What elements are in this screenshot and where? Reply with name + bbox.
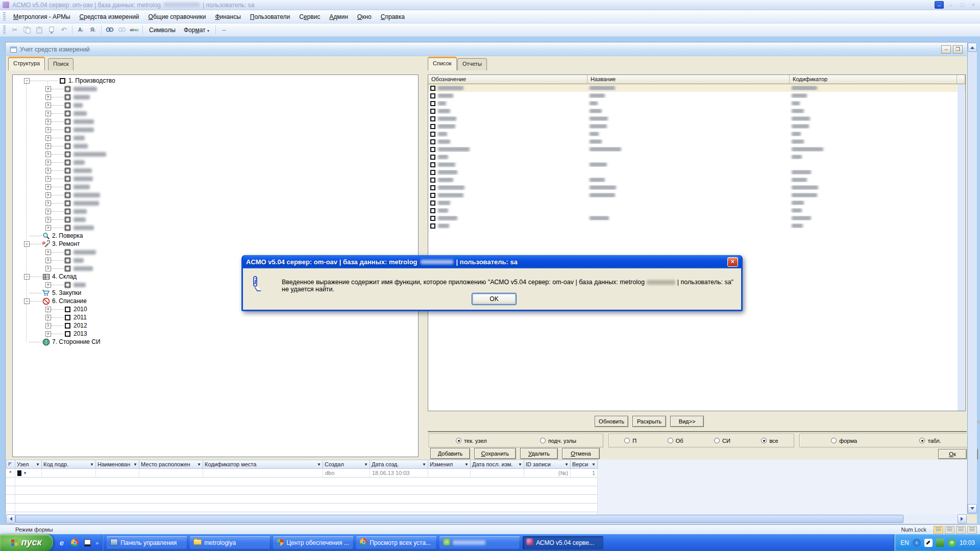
list-row[interactable] — [428, 153, 965, 161]
grid-cell-наименован[interactable] — [96, 469, 139, 478]
cancel-button[interactable]: Отмена — [562, 448, 600, 459]
taskbar-task-metrologiya[interactable]: metrologiya — [190, 536, 271, 549]
grid-empty-row[interactable] — [6, 504, 598, 512]
tree-expander-icon[interactable]: + — [45, 94, 51, 100]
list-row[interactable] — [428, 161, 965, 168]
tree-expander-icon[interactable]: − — [24, 298, 30, 304]
taskbar-task-асмо-v5-04-серве[interactable]: АСМО v5.04 серве... — [523, 536, 603, 549]
tree-node-redacted[interactable]: + — [13, 191, 418, 199]
scroll-right-icon[interactable] — [958, 514, 967, 523]
inner-minimize-icon[interactable]: – — [941, 45, 951, 54]
grid-cell-кодификатор-места[interactable] — [203, 469, 323, 478]
radio-об[interactable]: Об — [668, 438, 683, 444]
taskbar-task-redacted[interactable] — [439, 536, 520, 549]
dialog-ok-button[interactable]: OK — [472, 293, 517, 305]
tree-node-redacted[interactable]: + — [13, 109, 418, 117]
taskbar-task-панель-управления[interactable]: Панель управления — [107, 536, 187, 549]
tree-node-redacted[interactable]: + — [13, 183, 418, 191]
tree-expander-icon[interactable]: + — [45, 209, 51, 214]
list-row[interactable] — [428, 115, 965, 122]
menu-финансы[interactable]: Финансы — [210, 11, 245, 22]
grid-column-создал[interactable]: Создал▼ — [323, 460, 370, 469]
status-form-icon[interactable] — [945, 526, 954, 534]
menu-окно[interactable]: Окно — [353, 11, 376, 22]
list-row[interactable] — [428, 207, 965, 214]
tree-expander-icon[interactable]: + — [45, 315, 51, 320]
tree-expander-icon[interactable]: + — [45, 217, 51, 222]
tree-expander-icon[interactable]: + — [45, 168, 51, 173]
phone-icon[interactable] — [924, 539, 933, 547]
tree-node-1-производство[interactable]: −1. Производство — [13, 77, 418, 85]
quick-launch-more-icon[interactable]: » — [95, 540, 99, 546]
tab-list[interactable]: Список — [428, 57, 457, 70]
tab-reports[interactable]: Отчеты — [457, 58, 487, 70]
tree-node-redacted[interactable]: + — [13, 174, 418, 183]
list-row[interactable] — [428, 99, 965, 107]
scroll-left-icon[interactable] — [6, 514, 15, 523]
toolbar-options-icon[interactable]: – — [218, 24, 230, 36]
grid-column-дата-посл-изм[interactable]: Дата посл. изм.▼ — [471, 460, 524, 469]
ok-button[interactable]: Ок — [938, 449, 967, 459]
tree-node-2013[interactable]: +2013 — [13, 330, 418, 338]
tree-expander-icon[interactable]: + — [45, 135, 51, 141]
expand-button[interactable]: Раскрыть — [632, 416, 666, 427]
grid-column-узел[interactable]: Узел▼ — [15, 460, 42, 469]
horizontal-scroll-thumb[interactable] — [15, 515, 903, 523]
grid-column-место-расположен[interactable]: Место расположен▼ — [139, 460, 203, 469]
grid-column-id-записи[interactable]: ID записи▼ — [524, 460, 571, 469]
minimize-icon[interactable]: – — [947, 2, 955, 8]
tree-node-2012[interactable]: +2012 — [13, 321, 418, 330]
save-button[interactable]: Сохранить — [474, 448, 516, 459]
ie-icon[interactable]: e — [57, 538, 66, 547]
symbols-button[interactable]: Символы — [145, 25, 180, 35]
menu-метрология-армы[interactable]: Метрология - АРМы — [9, 11, 75, 22]
status-grid-icon[interactable] — [956, 526, 966, 534]
tree-node-redacted[interactable]: + — [13, 126, 418, 134]
grid-cell-верси[interactable]: 1 — [571, 469, 598, 478]
list-row[interactable] — [428, 92, 965, 99]
status-table-icon[interactable] — [934, 526, 943, 534]
tree-expander-icon[interactable]: + — [45, 192, 51, 198]
tree-node-redacted[interactable]: + — [13, 117, 418, 126]
close-icon[interactable]: × — [969, 2, 977, 8]
list-row[interactable] — [428, 168, 965, 176]
menu-пользователи[interactable]: Пользователи — [246, 11, 295, 22]
find-next-icon[interactable] — [116, 24, 128, 36]
column-header-название[interactable]: Название — [587, 75, 790, 84]
tree-expander-icon[interactable]: + — [45, 119, 51, 124]
grid-cell-дата-созд[interactable]: 18.06.13 10:03 — [370, 469, 428, 478]
cut-icon[interactable]: ✂ — [9, 24, 21, 36]
sort-desc-icon[interactable]: Я↓ — [87, 24, 99, 36]
language-bar-icon[interactable]: ‹ — [913, 539, 921, 547]
tree-expander-icon[interactable]: + — [45, 201, 51, 206]
taskbar-task-просмотр-всех-уста[interactable]: Просмотр всех уста... — [356, 536, 437, 549]
menu-средства-измерений[interactable]: Средства измерений — [75, 11, 144, 22]
grid-column-верси[interactable]: Верси▼ — [571, 460, 598, 469]
list-row[interactable] — [428, 214, 965, 222]
list-row[interactable] — [428, 222, 965, 230]
column-header-обозначение[interactable]: Обозначение — [428, 75, 587, 84]
tree-node-2011[interactable]: +2011 — [13, 313, 418, 321]
tree-expander-icon[interactable]: + — [45, 307, 51, 312]
tree-node-2-поверка[interactable]: 2. Поверка — [13, 232, 418, 240]
tree-expander-icon[interactable]: + — [45, 282, 51, 288]
tree-node-redacted[interactable]: + — [13, 166, 418, 174]
list-row[interactable] — [428, 145, 965, 153]
menu-общие-справочники[interactable]: Общие справочники — [144, 11, 211, 22]
grid-column-изменил[interactable]: Изменил▼ — [428, 460, 471, 469]
grid-column-наименован[interactable]: Наименован▼ — [96, 460, 139, 469]
view-button[interactable]: Вид>> — [670, 416, 704, 427]
dialog-close-icon[interactable]: × — [727, 257, 738, 267]
list-row[interactable] — [428, 191, 965, 199]
grid-cell-дата-посл-изм[interactable] — [471, 469, 524, 478]
tree-node-redacted[interactable]: + — [13, 207, 418, 215]
tree-expander-icon[interactable]: + — [45, 176, 51, 182]
list-row[interactable] — [428, 84, 965, 92]
inner-maximize-icon[interactable]: ❐ — [953, 45, 963, 54]
radio-все[interactable]: все — [761, 438, 778, 444]
tree-node-redacted[interactable]: + — [13, 215, 418, 223]
tree-expander-icon[interactable]: + — [45, 152, 51, 157]
radio-п[interactable]: П — [624, 438, 636, 444]
list-row[interactable] — [428, 184, 965, 191]
list-scrollbar[interactable] — [958, 84, 965, 411]
